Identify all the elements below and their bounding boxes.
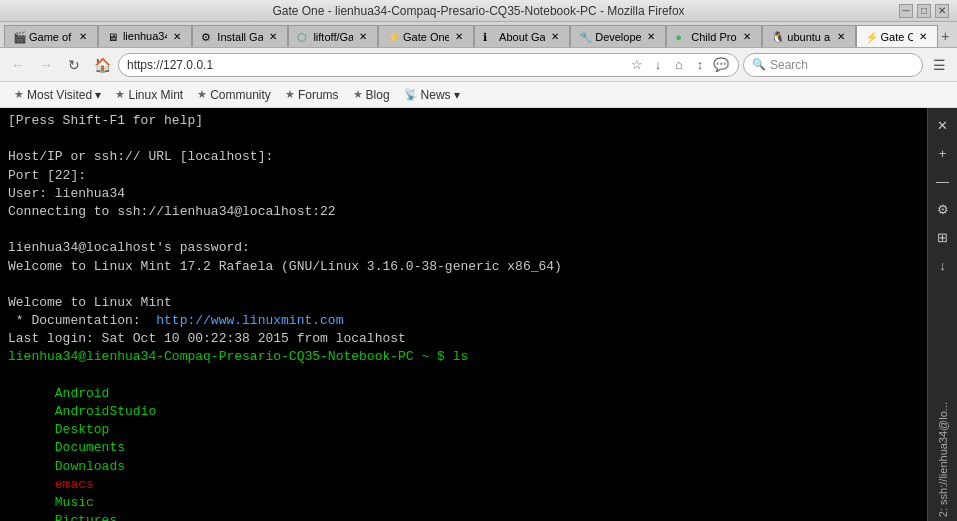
content-area: [Press Shift-F1 for help] Host/IP or ssh… bbox=[0, 108, 957, 521]
dir-pictures: Pictures bbox=[55, 513, 117, 521]
tab-label-3: Install GateOne -... bbox=[217, 31, 263, 43]
navbar: ← → ↻ 🏠 https://127.0.0.1 ☆ ↓ ⌂ ↕ 💬 🔍 Se… bbox=[0, 48, 957, 82]
side-panel-label: 2: ssh://lienhua34@lo... bbox=[937, 394, 949, 517]
sync-icon[interactable]: ↕ bbox=[691, 56, 709, 74]
bookmark-blog[interactable]: ★ Blog bbox=[347, 86, 396, 104]
chat-icon[interactable]: 💬 bbox=[712, 56, 730, 74]
tab-close-8[interactable]: ✕ bbox=[741, 31, 753, 43]
tabbar: 🎬 Game of Thro... ✕ 🖥 lienhua34 - 图... ✕… bbox=[0, 22, 957, 48]
tab-4[interactable]: ⬡ liftoff/GateOne ✕ bbox=[288, 25, 378, 47]
term-line-1: [Press Shift-F1 for help] bbox=[8, 112, 919, 130]
dir-downloads: Downloads bbox=[55, 459, 125, 474]
bookmark-label-forums: Forums bbox=[298, 88, 339, 102]
bookmark-label-blog: Blog bbox=[366, 88, 390, 102]
search-bar[interactable]: 🔍 Search bbox=[743, 53, 923, 77]
search-icon: 🔍 bbox=[752, 58, 766, 71]
tab-favicon-10: ⚡ bbox=[865, 31, 877, 43]
tab-close-9[interactable]: ✕ bbox=[835, 31, 847, 43]
tab-favicon-1: 🎬 bbox=[13, 31, 25, 43]
url-bar[interactable]: https://127.0.0.1 ☆ ↓ ⌂ ↕ 💬 bbox=[118, 53, 739, 77]
term-line-5: User: lienhua34 bbox=[8, 185, 919, 203]
bookmark-star-icon-blog: ★ bbox=[353, 88, 363, 101]
side-minimize-button[interactable]: — bbox=[930, 168, 956, 194]
bookmark-star-icon[interactable]: ☆ bbox=[628, 56, 646, 74]
side-close-button[interactable]: ✕ bbox=[930, 112, 956, 138]
tab-favicon-9: 🐧 bbox=[771, 31, 783, 43]
bookmark-forums[interactable]: ★ Forums bbox=[279, 86, 345, 104]
tab-close-1[interactable]: ✕ bbox=[77, 31, 89, 43]
bookmarks-bar: ★ Most Visited ▾ ★ Linux Mint ★ Communit… bbox=[0, 82, 957, 108]
tab-close-4[interactable]: ✕ bbox=[357, 31, 369, 43]
term-line-7 bbox=[8, 221, 919, 239]
new-tab-button[interactable]: + bbox=[938, 25, 953, 47]
close-button[interactable]: ✕ bbox=[935, 4, 949, 18]
url-icons: ☆ ↓ ⌂ ↕ 💬 bbox=[628, 56, 730, 74]
tab-7[interactable]: 🔧 Developer Docu... ✕ bbox=[570, 25, 666, 47]
tab-10[interactable]: ⚡ Gate One -... ✕ bbox=[856, 25, 938, 47]
maximize-button[interactable]: □ bbox=[917, 4, 931, 18]
tab-label-9: ubuntu apt se... bbox=[787, 31, 830, 43]
home-nav-icon[interactable]: ⌂ bbox=[670, 56, 688, 74]
dir-documents: Documents bbox=[55, 440, 125, 455]
tab-6[interactable]: ℹ About Gate One ... ✕ bbox=[474, 25, 570, 47]
tab-favicon-2: 🖥 bbox=[107, 31, 119, 43]
tab-close-6[interactable]: ✕ bbox=[549, 31, 561, 43]
tab-1[interactable]: 🎬 Game of Thro... ✕ bbox=[4, 25, 98, 47]
titlebar-title: Gate One - lienhua34-Compaq-Presario-CQ3… bbox=[272, 4, 684, 18]
back-button[interactable]: ← bbox=[6, 53, 30, 77]
tab-3[interactable]: ⚙ Install GateOne -... ✕ bbox=[192, 25, 288, 47]
dir-android: Android bbox=[55, 386, 110, 401]
tab-favicon-5: ⚡ bbox=[387, 31, 399, 43]
bookmark-star-icon-mv: ★ bbox=[14, 88, 24, 101]
terminal[interactable]: [Press Shift-F1 for help] Host/IP or ssh… bbox=[0, 108, 927, 521]
term-link-docs[interactable]: http://www.linuxmint.com bbox=[156, 313, 343, 328]
bookmark-star-icon-com: ★ bbox=[197, 88, 207, 101]
tab-favicon-3: ⚙ bbox=[201, 31, 213, 43]
url-text: https://127.0.0.1 bbox=[127, 58, 213, 72]
bookmark-news[interactable]: 📡 News ▾ bbox=[398, 86, 466, 104]
term-dirs: Android AndroidStudio Desktop Documents … bbox=[8, 367, 919, 521]
bookmark-most-visited[interactable]: ★ Most Visited ▾ bbox=[8, 86, 107, 104]
dir-desktop: Desktop bbox=[55, 422, 110, 437]
side-download-button[interactable]: ↓ bbox=[930, 252, 956, 278]
bookmark-star-icon-for: ★ bbox=[285, 88, 295, 101]
side-settings-button[interactable]: ⚙ bbox=[930, 196, 956, 222]
tab-label-2: lienhua34 - 图... bbox=[123, 29, 167, 44]
bookmark-linux-mint[interactable]: ★ Linux Mint bbox=[109, 86, 189, 104]
tab-close-2[interactable]: ✕ bbox=[171, 31, 183, 43]
tab-favicon-8: ● bbox=[675, 31, 687, 43]
reload-button[interactable]: ↻ bbox=[62, 53, 86, 77]
tab-8[interactable]: ● Child Process ... ✕ bbox=[666, 25, 762, 47]
side-grid-button[interactable]: ⊞ bbox=[930, 224, 956, 250]
term-line-9: Welcome to Linux Mint 17.2 Rafaela (GNU/… bbox=[8, 258, 919, 276]
tab-5[interactable]: ⚡ Gate One → W... ✕ bbox=[378, 25, 474, 47]
bookmark-label-community: Community bbox=[210, 88, 271, 102]
tab-label-1: Game of Thro... bbox=[29, 31, 73, 43]
tab-9[interactable]: 🐧 ubuntu apt se... ✕ bbox=[762, 25, 855, 47]
tab-label-5: Gate One → W... bbox=[403, 31, 449, 43]
tab-favicon-7: 🔧 bbox=[579, 31, 591, 43]
tab-close-5[interactable]: ✕ bbox=[453, 31, 465, 43]
download-icon[interactable]: ↓ bbox=[649, 56, 667, 74]
term-line-6: Connecting to ssh://lienhua34@localhost:… bbox=[8, 203, 919, 221]
tab-favicon-6: ℹ bbox=[483, 31, 495, 43]
menu-button[interactable]: ☰ bbox=[927, 53, 951, 77]
bookmark-star-icon-lm: ★ bbox=[115, 88, 125, 101]
tab-close-10[interactable]: ✕ bbox=[917, 31, 929, 43]
side-add-button[interactable]: + bbox=[930, 140, 956, 166]
tab-close-3[interactable]: ✕ bbox=[267, 31, 279, 43]
forward-button[interactable]: → bbox=[34, 53, 58, 77]
tab-close-7[interactable]: ✕ bbox=[645, 31, 657, 43]
bookmark-label-linux-mint: Linux Mint bbox=[128, 88, 183, 102]
tab-favicon-4: ⬡ bbox=[297, 31, 309, 43]
bookmark-community[interactable]: ★ Community bbox=[191, 86, 277, 104]
tab-2[interactable]: 🖥 lienhua34 - 图... ✕ bbox=[98, 25, 192, 47]
term-line-11: Welcome to Linux Mint bbox=[8, 294, 919, 312]
term-line-4: Port [22]: bbox=[8, 167, 919, 185]
search-placeholder: Search bbox=[770, 58, 808, 72]
term-line-3: Host/IP or ssh:// URL [localhost]: bbox=[8, 148, 919, 166]
minimize-button[interactable]: ─ bbox=[899, 4, 913, 18]
term-line-2 bbox=[8, 130, 919, 148]
home-button[interactable]: 🏠 bbox=[90, 53, 114, 77]
tab-label-6: About Gate One ... bbox=[499, 31, 545, 43]
